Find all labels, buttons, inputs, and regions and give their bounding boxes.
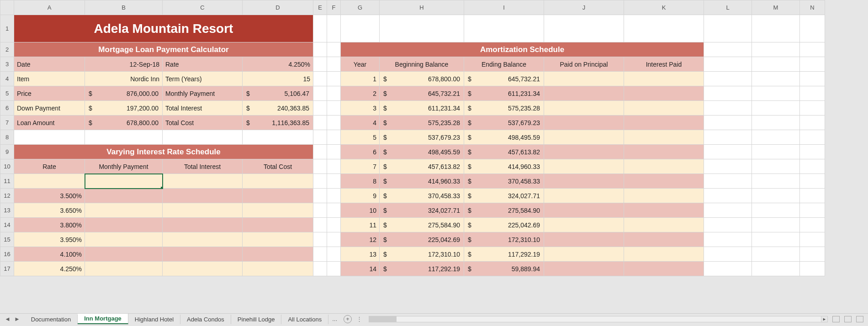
cell[interactable]: $457,613.82 bbox=[464, 145, 544, 159]
cell[interactable] bbox=[800, 174, 825, 189]
cell[interactable]: $59,889.94 bbox=[464, 262, 544, 276]
rate-value[interactable]: 3.500% bbox=[14, 189, 85, 203]
cell[interactable] bbox=[800, 232, 825, 247]
cell[interactable] bbox=[752, 203, 800, 218]
cell[interactable] bbox=[544, 130, 624, 145]
page-title[interactable]: Adela Mountain Resort bbox=[14, 15, 313, 42]
row-header[interactable]: 15 bbox=[0, 232, 14, 247]
cell[interactable] bbox=[14, 130, 85, 145]
cell[interactable]: $414,960.33 bbox=[380, 174, 464, 189]
col-header[interactable]: G bbox=[341, 0, 380, 15]
amort-year[interactable]: 13 bbox=[341, 247, 380, 262]
cell[interactable] bbox=[800, 262, 825, 276]
cell[interactable] bbox=[624, 189, 704, 203]
label-down[interactable]: Down Payment bbox=[14, 101, 85, 116]
cell[interactable] bbox=[752, 232, 800, 247]
cell[interactable] bbox=[327, 174, 341, 189]
label-vmonthly[interactable]: Monthly Payment bbox=[85, 159, 163, 174]
col-header[interactable]: L bbox=[704, 0, 752, 15]
rate-value[interactable]: 3.950% bbox=[14, 232, 85, 247]
cell[interactable] bbox=[800, 247, 825, 262]
amort-year[interactable]: 1 bbox=[341, 72, 380, 86]
cell[interactable] bbox=[327, 57, 341, 72]
tab-split-handle[interactable]: ⋮ bbox=[355, 315, 364, 322]
label-ending-balance[interactable]: Ending Balance bbox=[464, 57, 544, 72]
cell[interactable] bbox=[544, 86, 624, 101]
cell[interactable]: $611,231.34 bbox=[464, 86, 544, 101]
label-item[interactable]: Item bbox=[14, 72, 85, 86]
cell[interactable] bbox=[243, 189, 313, 203]
cell[interactable] bbox=[624, 86, 704, 101]
cell[interactable] bbox=[624, 72, 704, 86]
cell[interactable]: $117,292.19 bbox=[464, 247, 544, 262]
scroll-right-arrow-icon[interactable]: ► bbox=[821, 316, 827, 322]
cell[interactable]: $575,235.28 bbox=[380, 116, 464, 130]
cell[interactable] bbox=[544, 203, 624, 218]
cell[interactable] bbox=[624, 130, 704, 145]
cell[interactable] bbox=[704, 57, 752, 72]
spreadsheet-grid[interactable]: A B C D E F G H I J K L M N 1 Adela Moun… bbox=[0, 0, 868, 313]
cell[interactable]: $498,495.59 bbox=[464, 130, 544, 145]
cell[interactable] bbox=[313, 159, 327, 174]
cell[interactable] bbox=[163, 218, 243, 232]
cell[interactable] bbox=[704, 72, 752, 86]
label-price[interactable]: Price bbox=[14, 86, 85, 101]
row-header[interactable]: 6 bbox=[0, 101, 14, 116]
cell[interactable] bbox=[341, 15, 380, 42]
row-header[interactable]: 17 bbox=[0, 262, 14, 276]
label-vrate[interactable]: Rate bbox=[14, 159, 85, 174]
cell[interactable] bbox=[313, 203, 327, 218]
cell[interactable] bbox=[163, 232, 243, 247]
cell[interactable] bbox=[704, 189, 752, 203]
label-beginning-balance[interactable]: Beginning Balance bbox=[380, 57, 464, 72]
cell[interactable] bbox=[752, 15, 800, 42]
cell[interactable] bbox=[327, 42, 341, 57]
cell[interactable]: $678,800.00 bbox=[380, 72, 464, 86]
cell[interactable] bbox=[163, 130, 243, 145]
cell[interactable] bbox=[544, 15, 624, 42]
cell[interactable] bbox=[327, 203, 341, 218]
col-header[interactable]: H bbox=[380, 0, 464, 15]
amort-year[interactable]: 2 bbox=[341, 86, 380, 101]
row-header[interactable]: 1 bbox=[0, 15, 14, 42]
cell[interactable]: $225,042.69 bbox=[464, 218, 544, 232]
cell[interactable] bbox=[752, 262, 800, 276]
tab-nav-next-icon[interactable]: ► bbox=[14, 315, 20, 322]
cell[interactable] bbox=[624, 203, 704, 218]
cell[interactable] bbox=[327, 247, 341, 262]
col-header[interactable]: M bbox=[752, 0, 800, 15]
cell[interactable] bbox=[752, 72, 800, 86]
cell[interactable] bbox=[624, 232, 704, 247]
cell[interactable] bbox=[752, 159, 800, 174]
amort-year[interactable]: 3 bbox=[341, 101, 380, 116]
col-header[interactable]: N bbox=[800, 0, 825, 15]
cell[interactable]: $370,458.33 bbox=[464, 174, 544, 189]
cell[interactable] bbox=[800, 203, 825, 218]
cell[interactable]: $324,027.71 bbox=[380, 203, 464, 218]
cell[interactable] bbox=[800, 145, 825, 159]
cell[interactable] bbox=[313, 57, 327, 72]
cell[interactable] bbox=[327, 232, 341, 247]
row-header[interactable]: 7 bbox=[0, 116, 14, 130]
cell[interactable]: $324,027.71 bbox=[464, 189, 544, 203]
cell[interactable]: $611,231.34 bbox=[380, 101, 464, 116]
label-date[interactable]: Date bbox=[14, 57, 85, 72]
cell[interactable]: $240,363.85 bbox=[243, 101, 313, 116]
cell[interactable] bbox=[752, 247, 800, 262]
cell[interactable] bbox=[752, 130, 800, 145]
cell[interactable] bbox=[800, 57, 825, 72]
cell[interactable] bbox=[163, 174, 243, 189]
cell[interactable] bbox=[752, 116, 800, 130]
cell[interactable] bbox=[313, 116, 327, 130]
label-paid-principal[interactable]: Paid on Principal bbox=[544, 57, 624, 72]
cell[interactable] bbox=[163, 247, 243, 262]
cell[interactable] bbox=[800, 116, 825, 130]
tab-nav-prev-icon[interactable]: ◄ bbox=[5, 315, 11, 322]
scroll-thumb[interactable] bbox=[369, 316, 397, 322]
cell[interactable] bbox=[85, 262, 163, 276]
label-vtotint[interactable]: Total Interest bbox=[163, 159, 243, 174]
cell-selected[interactable] bbox=[85, 174, 163, 189]
cell[interactable] bbox=[327, 130, 341, 145]
cell[interactable] bbox=[800, 130, 825, 145]
varying-header[interactable]: Varying Interest Rate Schedule bbox=[14, 145, 313, 159]
